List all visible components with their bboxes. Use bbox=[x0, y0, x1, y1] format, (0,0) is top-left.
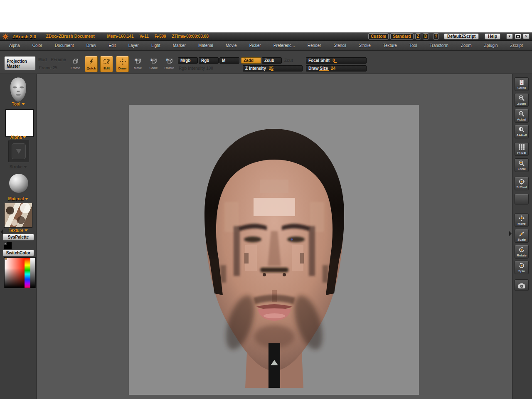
edit-button[interactable]: Edit bbox=[100, 56, 113, 72]
menu-movie[interactable]: Movie bbox=[226, 43, 237, 48]
menu-preferences[interactable]: Preferenc... bbox=[273, 43, 295, 48]
zoom-label: Zoom bbox=[517, 102, 526, 106]
menu-zoom[interactable]: Zoom bbox=[461, 43, 472, 48]
restore-button[interactable] bbox=[515, 34, 521, 39]
current-material-thumbnail[interactable] bbox=[9, 174, 28, 193]
texture-flyout[interactable]: Texture bbox=[0, 228, 37, 233]
rotate-cube-icon: R bbox=[166, 57, 173, 65]
focal-shift-slider[interactable]: Focal Shift 0 bbox=[306, 57, 367, 64]
canvas-move-label: Move bbox=[517, 222, 526, 227]
menubar: Alpha Color Document Draw Edit Layer Lig… bbox=[0, 41, 532, 51]
set-pivot-button[interactable]: S.Pivot bbox=[515, 177, 529, 190]
menu-zplugin[interactable]: Zplugin bbox=[484, 43, 498, 48]
menu-layer[interactable]: Layer bbox=[128, 43, 139, 48]
minimize-button[interactable]: ▼ bbox=[506, 34, 513, 39]
menu-draw[interactable]: Draw bbox=[86, 43, 96, 48]
scale-gyro-button[interactable]: S Scale bbox=[147, 56, 160, 72]
menu-edit[interactable]: Edit bbox=[108, 43, 116, 48]
draw-button[interactable]: Draw bbox=[116, 56, 129, 72]
color-picker[interactable] bbox=[4, 257, 36, 288]
aahalf-button[interactable]: AAHalf bbox=[515, 125, 529, 138]
menu-zscript[interactable]: Zscript bbox=[510, 43, 523, 48]
menu-material[interactable]: Material bbox=[198, 43, 213, 48]
zoom-button[interactable]: Zoom bbox=[515, 93, 529, 107]
hue-strip[interactable] bbox=[25, 258, 30, 288]
quick-button[interactable]: Quick bbox=[85, 56, 98, 72]
rotate-label: Rotate bbox=[165, 66, 175, 70]
svg-text:R: R bbox=[166, 58, 168, 61]
slider-marker-icon bbox=[319, 70, 329, 71]
restore-icon bbox=[516, 35, 520, 38]
menu-document[interactable]: Document bbox=[55, 43, 74, 48]
scroll-page-icon bbox=[518, 79, 525, 86]
menu-texture[interactable]: Texture bbox=[383, 43, 397, 48]
material-flyout[interactable]: Material bbox=[0, 197, 37, 201]
close-icon: × bbox=[525, 34, 527, 38]
menu-tool[interactable]: Tool bbox=[409, 43, 417, 48]
frame-button[interactable]: Frame bbox=[69, 56, 82, 72]
main-color-swatch[interactable] bbox=[4, 242, 12, 250]
local-button[interactable]: Local bbox=[515, 158, 529, 172]
help-button[interactable]: Help bbox=[485, 33, 500, 39]
saturation-value-square[interactable] bbox=[5, 258, 25, 288]
left-tray-collapse-handle[interactable] bbox=[0, 229, 3, 234]
projection-master-button[interactable]: Projection Master bbox=[4, 56, 36, 70]
document-name: ZDoc▸ZBrush Document bbox=[46, 34, 95, 39]
projection-master-line1: Projection bbox=[7, 59, 27, 64]
help-question-button[interactable]: ? bbox=[433, 33, 439, 39]
actual-size-button[interactable]: Actual bbox=[515, 109, 529, 123]
zadd-toggle[interactable]: Zadd bbox=[241, 57, 261, 64]
rgb-intensity-value: 100 bbox=[206, 66, 213, 71]
custom-ui-button[interactable]: Custom bbox=[368, 33, 389, 39]
syspalette-button[interactable]: SysPalette bbox=[2, 234, 34, 241]
close-button[interactable]: × bbox=[523, 34, 530, 39]
move-gyro-button[interactable]: M Move bbox=[131, 56, 144, 72]
slider-marker-icon bbox=[271, 69, 274, 71]
alpha-flyout[interactable]: Alpha bbox=[0, 135, 37, 140]
scroll-button[interactable]: Scroll bbox=[515, 77, 529, 91]
right-tray-collapse-handle[interactable] bbox=[509, 231, 512, 236]
rotate-gyro-button[interactable]: R Rotate bbox=[163, 56, 176, 72]
current-tool-thumbnail[interactable] bbox=[7, 76, 30, 102]
z-intensity-slider[interactable]: Z Intensity 25 bbox=[243, 65, 303, 71]
menu-marker[interactable]: Marker bbox=[173, 43, 186, 48]
zbrush-window: ZBrush 2.0 ZDoc▸ZBrush Document Mem▸160.… bbox=[0, 32, 532, 399]
default-zscript-button[interactable]: DefaultZScript bbox=[444, 33, 479, 39]
menu-light[interactable]: Light bbox=[151, 43, 160, 48]
menu-stencil[interactable]: Stencil bbox=[334, 43, 346, 48]
menu-stroke[interactable]: Stroke bbox=[359, 43, 371, 48]
canvas-rotate-button[interactable]: Rotate bbox=[515, 245, 529, 259]
canvas-move-button[interactable]: Move bbox=[515, 213, 529, 227]
tool-flyout[interactable]: Tool bbox=[0, 102, 37, 106]
aahalf-label: AAHalf bbox=[517, 133, 527, 138]
zsub-toggle[interactable]: Zsub bbox=[262, 57, 282, 64]
current-texture-thumbnail[interactable] bbox=[4, 203, 32, 228]
d-button[interactable]: D bbox=[423, 33, 429, 39]
document-canvas[interactable] bbox=[129, 105, 419, 395]
current-alpha-thumbnail[interactable] bbox=[5, 109, 34, 137]
current-stroke-thumbnail[interactable] bbox=[8, 140, 29, 162]
grid-icon bbox=[518, 143, 525, 151]
tool-label: Tool bbox=[12, 102, 20, 106]
point-selection-button[interactable]: Pt Sel bbox=[515, 142, 529, 156]
stroke-flyout[interactable]: Stroke bbox=[0, 165, 37, 169]
z-button[interactable]: Z bbox=[415, 33, 421, 39]
standard-ui-button[interactable]: Standard bbox=[390, 33, 413, 39]
rgb-toggle[interactable]: Rgb bbox=[199, 57, 219, 64]
draw-size-slider[interactable]: Draw Size 24 bbox=[306, 65, 367, 71]
m-toggle[interactable]: M bbox=[219, 57, 239, 64]
empty-slot-button[interactable] bbox=[515, 194, 529, 204]
spin-button[interactable]: Spin bbox=[515, 261, 529, 274]
menu-render[interactable]: Render bbox=[308, 43, 321, 48]
menu-transform[interactable]: Transform bbox=[430, 43, 448, 48]
switchcolor-button[interactable]: SwitchColor bbox=[2, 249, 34, 256]
menu-color[interactable]: Color bbox=[32, 43, 42, 48]
snapshot-button[interactable] bbox=[515, 279, 529, 291]
menu-alpha[interactable]: Alpha bbox=[9, 43, 20, 48]
mrgb-toggle[interactable]: Mrgb bbox=[178, 57, 198, 64]
menu-picker[interactable]: Picker bbox=[249, 43, 261, 48]
magnifier-actual-icon bbox=[518, 110, 525, 118]
canvas-scale-button[interactable]: Scale bbox=[515, 229, 529, 243]
screen: ZBrush 2.0 ZDoc▸ZBrush Document Mem▸160.… bbox=[0, 0, 532, 399]
grayscale-strip[interactable] bbox=[30, 258, 35, 288]
